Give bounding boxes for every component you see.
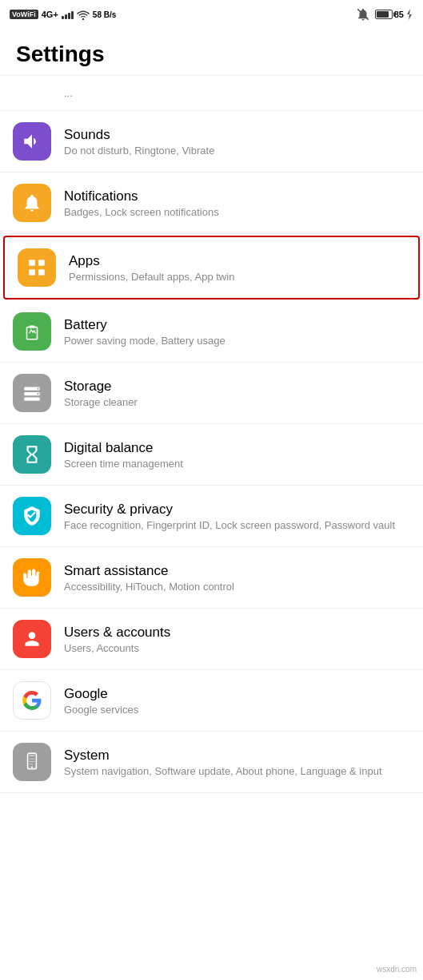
battery-subtitle: Power saving mode, Battery usage xyxy=(64,335,410,347)
system-text: System System navigation, Software updat… xyxy=(64,748,410,777)
storage-subtitle: Storage cleaner xyxy=(64,396,410,408)
notifications-text: Notifications Badges, Lock screen notifi… xyxy=(64,188,410,218)
settings-item-storage[interactable]: Storage Storage cleaner xyxy=(0,363,423,424)
status-left: VoWiFi 4G+ 58 B/s xyxy=(10,10,116,20)
settings-item-sounds[interactable]: Sounds Do not disturb, Ringtone, Vibrate xyxy=(0,111,423,173)
users-title: Users & accounts xyxy=(64,625,410,641)
settings-item-apps[interactable]: Apps Permissions, Default apps, App twin xyxy=(3,236,420,300)
svg-rect-15 xyxy=(30,755,35,756)
status-right: 85 xyxy=(356,7,413,22)
svg-rect-5 xyxy=(29,269,35,276)
svg-rect-17 xyxy=(30,759,35,760)
storage-icon xyxy=(22,383,42,403)
hourglass-icon xyxy=(22,444,42,465)
svg-rect-6 xyxy=(38,269,45,276)
page-title: Settings xyxy=(16,42,407,67)
signal-bar-2 xyxy=(65,14,67,19)
security-subtitle: Face recognition, Fingerprint ID, Lock s… xyxy=(64,519,410,531)
google-text: Google Google services xyxy=(64,686,410,716)
battery-title: Battery xyxy=(64,317,410,333)
apps-icon-wrapper xyxy=(18,248,56,287)
storage-text: Storage Storage cleaner xyxy=(64,379,410,408)
settings-list: Sounds Do not disturb, Ringtone, Vibrate… xyxy=(0,111,423,793)
network-type: 4G+ xyxy=(42,10,58,19)
security-text: Security & privacy Face recognition, Fin… xyxy=(64,502,410,531)
users-text: Users & accounts Users, Accounts xyxy=(64,625,410,654)
google-subtitle: Google services xyxy=(64,704,410,716)
hand-icon xyxy=(22,567,42,588)
network-speed: 58 B/s xyxy=(93,10,116,19)
signal-bar-3 xyxy=(68,13,70,19)
smart-assistance-text: Smart assistance Accessibility, HiTouch,… xyxy=(64,563,410,593)
smart-assistance-subtitle: Accessibility, HiTouch, Motion control xyxy=(64,581,410,593)
digital-balance-text: Digital balance Screen time management xyxy=(64,440,410,470)
settings-item-users[interactable]: Users & accounts Users, Accounts xyxy=(0,609,423,670)
charging-icon xyxy=(405,9,413,20)
apps-text: Apps Permissions, Default apps, App twin xyxy=(69,253,405,283)
google-icon-wrapper xyxy=(13,681,51,720)
system-subtitle: System navigation, Software update, Abou… xyxy=(64,765,410,777)
smart-assistance-title: Smart assistance xyxy=(64,563,410,579)
notifications-icon-wrapper xyxy=(13,184,51,222)
svg-rect-19 xyxy=(30,764,33,764)
notifications-subtitle: Badges, Lock screen notifications xyxy=(64,206,410,218)
svg-rect-3 xyxy=(29,260,35,266)
security-icon-wrapper xyxy=(13,497,51,535)
settings-item-security[interactable]: Security & privacy Face recognition, Fin… xyxy=(0,486,423,547)
digital-balance-subtitle: Screen time management xyxy=(64,458,410,470)
settings-item-smart-assistance[interactable]: Smart assistance Accessibility, HiTouch,… xyxy=(0,547,423,609)
sounds-subtitle: Do not disturb, Ringtone, Vibrate xyxy=(64,145,410,157)
battery-indicator: 85 xyxy=(375,9,413,20)
settings-item-google[interactable]: Google Google services xyxy=(0,670,423,732)
battery-fill xyxy=(377,11,389,18)
sounds-text: Sounds Do not disturb, Ringtone, Vibrate xyxy=(64,127,410,157)
svg-rect-4 xyxy=(38,260,45,266)
svg-rect-8 xyxy=(30,325,35,327)
watermark: wsxdn.com xyxy=(377,965,417,974)
settings-item-system[interactable]: System System navigation, Software updat… xyxy=(0,732,423,793)
signal-bars xyxy=(62,10,74,19)
system-icon-wrapper xyxy=(13,743,51,781)
status-bar: VoWiFi 4G+ 58 B/s 85 xyxy=(0,0,423,29)
battery-settings-icon xyxy=(22,321,42,342)
page-title-bar: Settings xyxy=(0,29,423,75)
users-icon-wrapper xyxy=(13,620,51,658)
notifications-title: Notifications xyxy=(64,188,410,204)
wifi-icon xyxy=(77,10,90,20)
shield-icon xyxy=(22,506,42,526)
digital-balance-title: Digital balance xyxy=(64,440,410,456)
partial-top-item[interactable]: ... xyxy=(0,75,423,111)
smart-assistance-icon-wrapper xyxy=(13,558,51,597)
battery-percent: 85 xyxy=(394,10,404,19)
vowifi-badge: VoWiFi xyxy=(10,10,38,19)
digital-balance-icon-wrapper xyxy=(13,435,51,474)
google-icon xyxy=(22,690,42,711)
security-title: Security & privacy xyxy=(64,502,410,518)
settings-item-battery[interactable]: Battery Power saving mode, Battery usage xyxy=(0,301,423,363)
apps-title: Apps xyxy=(69,253,405,269)
svg-marker-2 xyxy=(407,9,412,20)
battery-box xyxy=(375,10,393,19)
apps-subtitle: Permissions, Default apps, App twin xyxy=(69,271,405,283)
svg-rect-7 xyxy=(27,327,38,339)
signal-bar-1 xyxy=(62,16,64,19)
speaker-icon xyxy=(22,131,42,152)
settings-item-digital-balance[interactable]: Digital balance Screen time management xyxy=(0,424,423,486)
svg-point-12 xyxy=(38,388,39,390)
svg-point-13 xyxy=(38,393,39,395)
settings-item-notifications[interactable]: Notifications Badges, Lock screen notifi… xyxy=(0,173,423,234)
svg-point-0 xyxy=(82,18,84,19)
signal-bar-4 xyxy=(71,11,74,19)
battery-text: Battery Power saving mode, Battery usage xyxy=(64,317,410,347)
svg-point-16 xyxy=(31,766,33,768)
storage-title: Storage xyxy=(64,379,410,395)
storage-icon-wrapper xyxy=(13,374,51,412)
bell-icon xyxy=(22,192,42,213)
svg-rect-18 xyxy=(30,761,35,762)
system-title: System xyxy=(64,748,410,764)
google-title: Google xyxy=(64,686,410,702)
sounds-title: Sounds xyxy=(64,127,410,143)
sounds-icon-wrapper xyxy=(13,122,51,161)
users-subtitle: Users, Accounts xyxy=(64,642,410,654)
partial-top-text: ... xyxy=(64,87,410,99)
